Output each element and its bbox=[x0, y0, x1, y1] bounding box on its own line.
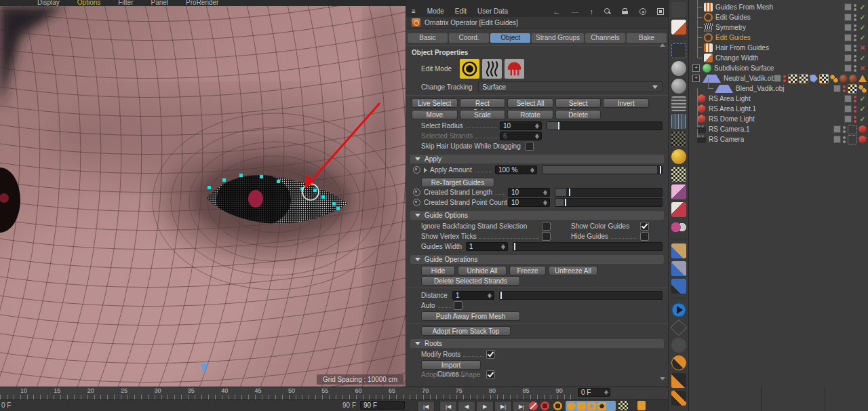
created-strand-count-slider[interactable] bbox=[555, 198, 663, 207]
protection-tag[interactable] bbox=[848, 135, 857, 144]
apply-section-header[interactable]: Apply bbox=[410, 155, 664, 163]
solo-icon[interactable] bbox=[637, 401, 646, 410]
feather-curve-icon[interactable] bbox=[671, 391, 686, 406]
om-row-edit-guides-selected[interactable]: Edit Guides ✓ bbox=[689, 33, 868, 43]
ignore-backfacing-checkbox[interactable] bbox=[542, 222, 551, 231]
om-row-subdivision-surface[interactable]: + Subdivision Surface ✕ bbox=[689, 63, 868, 73]
om-row-blend-vadik[interactable]: Blend_Vadik.obj bbox=[689, 83, 868, 94]
delete-button[interactable]: Delete bbox=[555, 110, 601, 119]
live-select-button[interactable]: Live Select bbox=[412, 98, 458, 108]
hide-button[interactable]: Hide bbox=[421, 266, 455, 275]
protection-tag[interactable] bbox=[848, 125, 857, 134]
tab-bake[interactable]: Bake bbox=[627, 33, 667, 43]
scale-button[interactable]: Scale bbox=[460, 110, 506, 119]
material-pink-icon[interactable] bbox=[671, 184, 686, 199]
menu-panel[interactable]: Panel bbox=[151, 0, 169, 6]
created-strand-length-slider[interactable] bbox=[555, 188, 663, 197]
visibility-dots[interactable] bbox=[783, 75, 786, 82]
feather-icon[interactable] bbox=[671, 373, 686, 388]
guide-options-section-header[interactable]: Guide Options bbox=[410, 211, 664, 220]
move-button[interactable]: Move bbox=[412, 110, 458, 119]
layer-chip[interactable] bbox=[844, 95, 852, 102]
tab-object[interactable]: Object bbox=[490, 33, 530, 43]
enable-check-icon[interactable]: ✓ bbox=[859, 115, 867, 123]
expand-caret-icon[interactable] bbox=[424, 168, 427, 173]
tab-coord[interactable]: Coord. bbox=[449, 33, 489, 43]
om-row-hair-from-guides[interactable]: Hair From Guides ✕ bbox=[689, 43, 868, 53]
key-pla-icon[interactable] bbox=[618, 401, 628, 410]
om-row-rs-dome-light[interactable]: RS Dome Light ✓ bbox=[689, 114, 868, 124]
key-scale-icon[interactable] bbox=[577, 402, 586, 410]
select-radius-slider[interactable] bbox=[547, 121, 663, 130]
layer-chip[interactable] bbox=[844, 105, 852, 113]
range-end-field[interactable]: 90 F bbox=[360, 401, 405, 410]
current-frame-field[interactable]: 0 F bbox=[578, 388, 610, 397]
show-color-guides-checkbox[interactable] bbox=[640, 222, 649, 231]
visibility-dots[interactable] bbox=[854, 35, 856, 41]
scroll-up-icon[interactable] bbox=[660, 43, 665, 47]
menu-display[interactable]: Display bbox=[37, 0, 60, 6]
guide-operations-section-header[interactable]: Guide Operations bbox=[410, 255, 664, 264]
tab-basic[interactable]: Basic bbox=[408, 33, 448, 43]
skip-hair-checkbox[interactable] bbox=[525, 142, 534, 151]
auto-checkbox[interactable] bbox=[454, 301, 462, 310]
om-row-neutral-vadik[interactable]: + Neutral_Vadik.obj bbox=[689, 73, 868, 83]
modify-roots-checkbox[interactable] bbox=[486, 350, 495, 359]
layer-chip[interactable] bbox=[844, 3, 852, 11]
sphere-tool-icon[interactable] bbox=[671, 61, 686, 76]
play-icon[interactable] bbox=[671, 302, 686, 317]
apply-amount-slider[interactable] bbox=[542, 165, 663, 174]
layer-chip[interactable] bbox=[844, 54, 852, 62]
autokey-icon[interactable] bbox=[553, 402, 562, 410]
guides-width-slider[interactable] bbox=[513, 242, 663, 251]
layer-chip[interactable] bbox=[833, 136, 841, 143]
goto-end-button[interactable]: ▶| bbox=[513, 401, 530, 411]
feather-active-icon[interactable] bbox=[671, 355, 686, 370]
polygon-selection-tag[interactable] bbox=[810, 75, 818, 83]
search-icon[interactable] bbox=[604, 8, 611, 15]
layer-chip[interactable] bbox=[833, 125, 841, 133]
tab-strand-groups[interactable]: Strand Groups bbox=[532, 33, 584, 43]
enable-cross-icon[interactable]: ✕ bbox=[859, 64, 867, 72]
rotate-button[interactable]: Rotate bbox=[507, 110, 553, 119]
retarget-guides-button[interactable]: Re-Target Guides bbox=[421, 178, 494, 187]
layer-chip[interactable] bbox=[844, 24, 852, 31]
keyframe-dot-icon[interactable] bbox=[413, 199, 420, 206]
visibility-dots[interactable] bbox=[854, 106, 856, 113]
goto-start-button[interactable]: |◀ bbox=[417, 401, 435, 411]
ghost-cube-icon[interactable] bbox=[671, 2, 686, 17]
attr-menu-userdata[interactable]: User Data bbox=[477, 7, 508, 15]
material-tag[interactable] bbox=[849, 75, 857, 83]
adopt-guide-shape-checkbox[interactable] bbox=[486, 370, 495, 379]
marquee-select-icon[interactable] bbox=[671, 43, 686, 58]
next-frame-button[interactable]: ▶| bbox=[494, 401, 512, 411]
sphere-tool-2-icon[interactable] bbox=[671, 79, 686, 94]
layer-chip[interactable] bbox=[844, 34, 852, 41]
freeze-button[interactable]: Freeze bbox=[509, 266, 546, 275]
texture-tag[interactable] bbox=[788, 74, 797, 83]
enable-check-icon[interactable]: ✓ bbox=[859, 14, 867, 21]
expand-icon[interactable]: + bbox=[692, 75, 700, 82]
layer-chip[interactable] bbox=[844, 14, 852, 21]
visibility-dots[interactable] bbox=[854, 45, 856, 52]
om-row-rs-camera-1[interactable]: RS Camera.1 bbox=[689, 124, 868, 134]
keyframe-dot-icon[interactable] bbox=[413, 166, 420, 174]
texture-tag[interactable] bbox=[799, 74, 808, 83]
layer-chip[interactable] bbox=[833, 85, 841, 92]
keyframe-dot-icon[interactable] bbox=[413, 189, 420, 196]
push-away-from-mesh-button[interactable]: Push Away From Mesh bbox=[421, 311, 520, 321]
visibility-dots[interactable] bbox=[854, 4, 856, 11]
delete-selected-strands-button[interactable]: Delete Selected Strands bbox=[421, 276, 520, 286]
visibility-dots[interactable] bbox=[854, 116, 856, 123]
checker-grid-icon[interactable] bbox=[671, 167, 686, 182]
om-row-change-width[interactable]: Change Width ✓ bbox=[689, 53, 868, 63]
3d-viewport[interactable]: Grid Spacing : 10000 cm bbox=[0, 6, 406, 387]
paint-cube-icon[interactable] bbox=[671, 20, 686, 35]
apply-amount-field[interactable]: 100 % bbox=[495, 165, 537, 174]
vertex-map-tag[interactable] bbox=[859, 85, 867, 93]
invert-button[interactable]: Invert bbox=[603, 98, 649, 108]
menu-options[interactable]: Options bbox=[77, 0, 100, 6]
om-row-edit-guides-1[interactable]: Edit Guides ✓ bbox=[689, 12, 868, 22]
hide-guides-checkbox[interactable] bbox=[640, 232, 649, 241]
menu-prorender[interactable]: ProRender bbox=[186, 0, 218, 6]
